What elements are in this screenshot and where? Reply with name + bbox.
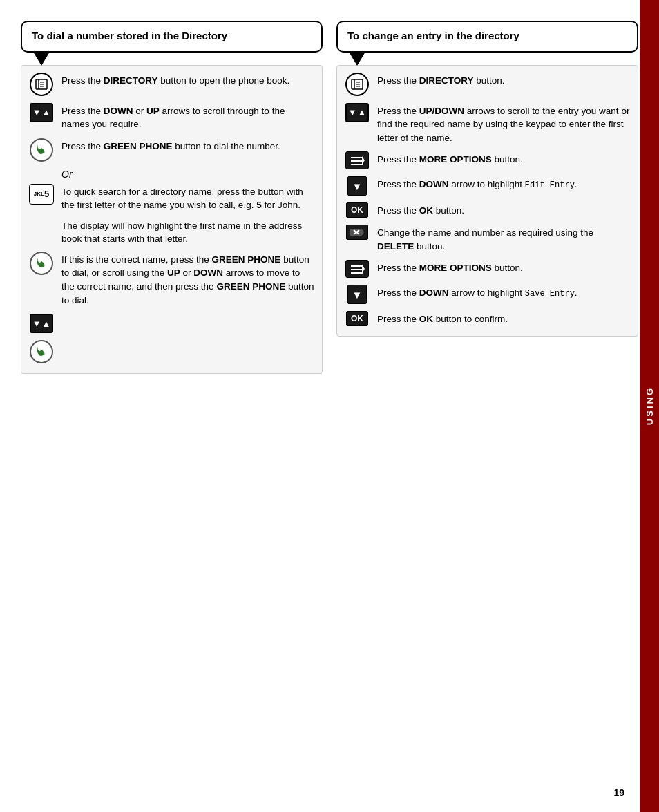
updown-icon-2: ▼ ▲ [30,314,53,333]
right-step-6: Change the name and number as required u… [344,225,631,253]
right-step-8-text: Press the DOWN arrow to highlight Save E… [377,285,631,300]
left-step-2-text: Press the DOWN or UP arrows to scroll th… [61,103,315,131]
right-icon-8: ▼ [344,285,370,304]
left-step-1-text: Press the DIRECTORY button to open the p… [61,73,315,88]
right-step-2-text: Press the UP/DOWN arrows to scroll to th… [377,103,631,145]
right-icon-6 [344,225,370,240]
left-quick-search: JKL 5 To quick search for a directory na… [28,184,315,212]
green-phone-icon-2 [30,252,53,275]
right-step-1-text: Press the DIRECTORY button. [377,73,631,88]
more-options-icon-2 [345,260,369,278]
right-step-9-text: Press the OK button to confirm. [377,311,631,326]
left-step-3: Press the GREEN PHONE button to dial the… [28,138,315,162]
page-number: 19 [613,787,624,798]
svg-marker-0 [33,52,50,66]
right-step-8: ▼ Press the DOWN arrow to highlight Save… [344,285,631,304]
right-arrow-connector [349,52,638,66]
green-phone-icon-1 [30,138,53,162]
left-or-text: Or [61,169,315,180]
right-icon-4: ▼ [344,176,370,196]
right-step-2: ▼ ▲ Press the UP/DOWN arrows to scroll t… [344,103,631,145]
ok-icon-2: OK [346,311,368,326]
sidebar-using-label: USING [644,386,655,425]
left-step-phone-3-text [61,340,315,341]
directory-icon-right-1 [345,73,369,96]
right-content-area: Press the DIRECTORY button. ▼ ▲ Press th… [336,65,638,337]
right-section-box: To change an entry in the directory [336,21,638,53]
left-icon-1 [28,73,55,96]
left-step-phone-2: If this is the correct name, press the G… [28,252,315,307]
svg-marker-6 [349,52,365,66]
right-step-5: OK Press the OK button. [344,202,631,218]
right-icon-7 [344,260,370,278]
directory-icon-1 [30,73,53,96]
left-step-phone-3 [28,340,315,363]
right-step-5-text: Press the OK button. [377,202,631,218]
right-step-4: ▼ Press the DOWN arrow to highlight Edit… [344,176,631,196]
two-columns: To dial a number stored in the Directory [21,21,638,374]
left-display-para: The display will now highlight the first… [61,219,315,246]
left-section-box: To dial a number stored in the Directory [21,21,323,53]
right-icon-2: ▼ ▲ [344,103,370,122]
updown-icon-right-1: ▼ ▲ [345,103,369,122]
right-icon-9: OK [344,311,370,326]
right-step-9: OK Press the OK button to confirm. [344,311,631,326]
right-icon-3 [344,151,370,169]
delete-icon-1 [346,225,368,240]
left-arrow-connector [33,52,323,66]
page-container: To dial a number stored in the Directory [0,0,659,812]
right-column: To change an entry in the directory [336,21,638,337]
left-quick-search-text: To quick search for a directory name, pr… [61,184,315,212]
left-icon-2: ▼ ▲ [28,103,55,122]
left-step-updown-2-text [61,314,315,315]
left-step-2: ▼ ▲ Press the DOWN or UP arrows to scrol… [28,103,315,131]
right-step-4-text: Press the DOWN arrow to highlight Edit E… [377,176,631,191]
left-icon-phone-2 [28,252,55,275]
left-icon-updown-2: ▼ ▲ [28,314,55,333]
left-icon-phone-3 [28,340,55,363]
ok-icon-1: OK [346,202,368,218]
right-step-3-text: Press the MORE OPTIONS button. [377,151,631,167]
right-step-6-text: Change the name and number as required u… [377,225,631,253]
right-step-3: Press the MORE OPTIONS button. [344,151,631,169]
right-icon-5: OK [344,202,370,218]
down-arrow-icon-1: ▼ [347,176,367,196]
left-step-phone-2-text: If this is the correct name, press the G… [61,252,315,307]
right-icon-1 [344,73,370,96]
right-step-7: Press the MORE OPTIONS button. [344,260,631,278]
left-step-1: Press the DIRECTORY button to open the p… [28,73,315,96]
left-icon-keypad: JKL 5 [28,184,55,205]
left-column: To dial a number stored in the Directory [21,21,323,374]
left-icon-3 [28,138,55,162]
more-options-icon-1 [345,151,369,169]
right-section-title: To change an entry in the directory [347,29,627,43]
updown-icon-1: ▼ ▲ [30,103,53,122]
green-phone-icon-3 [30,340,53,363]
right-step-1: Press the DIRECTORY button. [344,73,631,96]
down-arrow-icon-2: ▼ [347,285,367,304]
left-section-title: To dial a number stored in the Directory [32,29,312,43]
left-step-updown-2: ▼ ▲ [28,314,315,333]
left-content-area: Press the DIRECTORY button to open the p… [21,65,323,375]
svg-marker-17 [361,228,364,236]
sidebar-using: USING [640,0,659,812]
keypad-icon: JKL 5 [29,184,54,205]
right-step-7-text: Press the MORE OPTIONS button. [377,260,631,275]
left-step-3-text: Press the GREEN PHONE button to dial the… [61,138,315,153]
